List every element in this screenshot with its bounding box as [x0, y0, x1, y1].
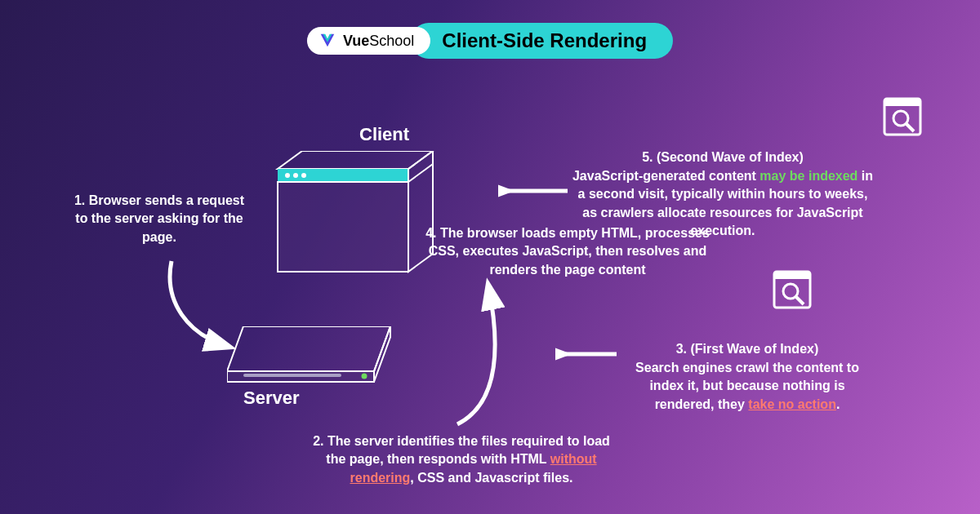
- step-3-part-b: .: [836, 397, 840, 411]
- step-3-text: 3. (First Wave of Index) Search engines …: [621, 322, 874, 414]
- svg-rect-11: [243, 374, 341, 377]
- svg-point-17: [893, 111, 908, 126]
- server-illustration: [227, 326, 407, 392]
- svg-marker-10: [374, 326, 390, 382]
- svg-rect-16: [884, 99, 920, 106]
- svg-rect-5: [278, 182, 408, 272]
- arrow-step3-left: [555, 343, 621, 367]
- svg-marker-0: [278, 151, 433, 169]
- magnifier-icon: [772, 269, 813, 310]
- arrow-client-to-server: [155, 253, 253, 359]
- svg-point-21: [783, 284, 798, 299]
- arrow-step5-left: [498, 179, 572, 204]
- svg-point-2: [285, 173, 290, 178]
- svg-point-3: [293, 173, 298, 178]
- step-2-part-b: , CSS and Javascript files.: [410, 471, 572, 485]
- step-3-highlight: take no action: [748, 397, 836, 411]
- client-box-illustration: [270, 151, 449, 290]
- step-2-text: 2. The server identifies the files requi…: [310, 432, 612, 487]
- step-1-text: 1. Browser sends a request to the server…: [74, 192, 245, 246]
- diagram-canvas: Client Server 1. Browser sends a request…: [0, 0, 980, 514]
- svg-line-18: [906, 124, 914, 131]
- server-label: Server: [243, 388, 300, 409]
- svg-point-12: [362, 374, 368, 379]
- step-5-text: 5. (Second Wave of Index) JavaScript-gen…: [572, 131, 874, 240]
- magnifier-icon: [882, 96, 923, 137]
- step-5-highlight: may be indexed: [760, 169, 858, 183]
- svg-point-4: [301, 173, 306, 178]
- svg-rect-20: [774, 272, 810, 279]
- arrow-server-to-client: [449, 277, 531, 432]
- client-label: Client: [359, 124, 409, 145]
- svg-line-22: [796, 297, 804, 304]
